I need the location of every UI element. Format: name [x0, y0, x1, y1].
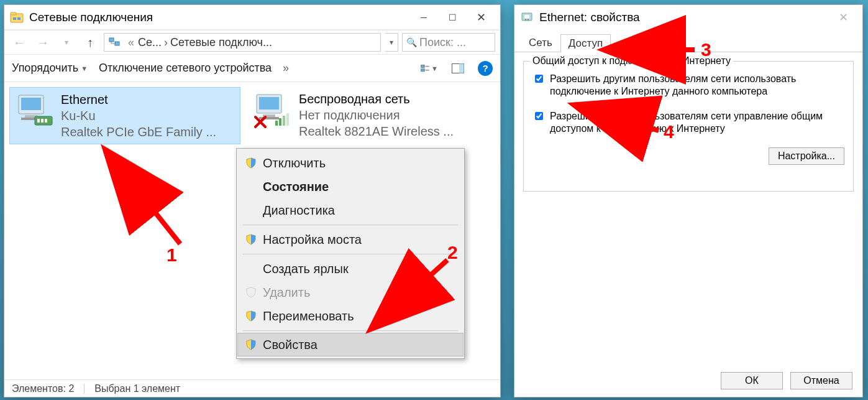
svg-rect-19: [45, 119, 47, 123]
ctx-status[interactable]: Состояние: [238, 175, 463, 198]
ok-button[interactable]: ОК: [721, 372, 783, 389]
allow-sharing-checkbox[interactable]: [535, 74, 543, 83]
search-icon: 🔍: [406, 37, 417, 47]
tab-strip: Сеть Доступ: [514, 30, 862, 52]
allow-control-checkbox-row[interactable]: Разрешить другим пользователям сети упра…: [532, 110, 844, 135]
allow-control-label: Разрешить другим пользователям сети упра…: [550, 110, 844, 135]
ethernet-port-icon: [519, 10, 534, 25]
window-title: Ethernet: свойства: [539, 11, 829, 24]
breadcrumb-part[interactable]: Сетевые подключ...: [170, 36, 272, 49]
up-button[interactable]: ↑: [80, 34, 100, 51]
breadcrumb[interactable]: « Се... › Сетевые подключ...: [104, 33, 381, 52]
allow-control-checkbox[interactable]: [535, 111, 543, 121]
svg-rect-31: [524, 15, 529, 19]
forward-button: →: [33, 34, 53, 51]
adapter-device: Realtek PCIe GbE Family ...: [61, 124, 216, 140]
svg-rect-17: [37, 119, 40, 123]
group-label: Общий доступ к подключению к Интернету: [530, 55, 733, 67]
tab-body: Общий доступ к подключению к Интернету Р…: [514, 52, 862, 397]
shield-icon: [245, 157, 257, 169]
toolbar-more-icon[interactable]: »: [283, 62, 289, 75]
svg-rect-6: [421, 65, 424, 67]
address-bar-row: ← → ▾ ↑ « Се... › Сетевые подключ... ▾ 🔍…: [4, 30, 500, 55]
sharing-groupbox: Общий доступ к подключению к Интернету Р…: [523, 61, 854, 192]
adapter-status: Нет подключения: [299, 107, 454, 123]
svg-rect-8: [426, 65, 429, 66]
svg-rect-18: [41, 119, 43, 123]
ctx-diagnose[interactable]: Диагностика: [238, 198, 463, 222]
svg-rect-1: [11, 12, 16, 15]
svg-rect-13: [21, 98, 41, 110]
close-button[interactable]: ✕: [829, 8, 857, 27]
svg-rect-32: [525, 19, 526, 21]
adapter-item-ethernet[interactable]: Ethernet Ku-Ku Realtek PCIe GbE Family .…: [9, 87, 240, 144]
adapter-device: Realtek 8821AE Wireless ...: [299, 123, 454, 139]
svg-rect-11: [459, 63, 464, 73]
toolbar: Упорядочить▼ Отключение сетевого устройс…: [4, 55, 500, 82]
organize-menu[interactable]: Упорядочить▼: [12, 62, 88, 75]
wireless-adapter-icon: [254, 91, 293, 129]
titlebar[interactable]: Ethernet: свойства ✕: [514, 5, 862, 30]
chevron-right-icon: ›: [164, 36, 168, 49]
ctx-shortcut[interactable]: Создать ярлык: [238, 257, 463, 281]
svg-rect-21: [259, 97, 279, 109]
cancel-button[interactable]: Отмена: [790, 372, 852, 389]
bc-chevron-icon: «: [128, 36, 134, 49]
recent-dropdown[interactable]: ▾: [57, 34, 76, 51]
svg-rect-7: [421, 68, 424, 71]
breadcrumb-part[interactable]: Се...: [138, 36, 162, 49]
item-count: Элементов: 2: [12, 383, 74, 394]
close-button[interactable]: ✕: [467, 8, 495, 27]
shield-icon: [245, 310, 257, 322]
svg-rect-2: [13, 17, 16, 20]
ctx-rename[interactable]: Переименовать: [238, 304, 463, 328]
ctx-bridge[interactable]: Настройка моста: [238, 228, 463, 251]
status-bar: Элементов: 2 Выбран 1 элемент: [4, 379, 500, 397]
svg-rect-9: [426, 70, 429, 70]
ctx-delete: Удалить: [238, 281, 463, 304]
allow-sharing-label: Разрешить другим пользователям сети испо…: [550, 73, 844, 98]
settings-button[interactable]: Настройка...: [769, 147, 844, 165]
search-input[interactable]: 🔍 Поиск: ...: [402, 33, 495, 52]
svg-rect-24: [275, 121, 278, 126]
svg-rect-4: [109, 38, 114, 42]
maximize-button[interactable]: ☐: [438, 8, 467, 27]
tab-network[interactable]: Сеть: [521, 34, 560, 52]
tab-sharing[interactable]: Доступ: [560, 34, 611, 52]
help-button[interactable]: ?: [478, 61, 493, 76]
adapter-name: Беспроводная сеть: [299, 91, 454, 107]
search-placeholder: Поиск: ...: [419, 36, 466, 49]
svg-rect-3: [17, 17, 21, 20]
titlebar[interactable]: Сетевые подключения ─ ☐ ✕: [4, 5, 500, 30]
shield-icon: [245, 339, 257, 350]
svg-rect-33: [528, 19, 529, 21]
selection-count: Выбран 1 элемент: [94, 383, 180, 394]
network-folder-icon: [9, 10, 24, 25]
allow-sharing-checkbox-row[interactable]: Разрешить другим пользователям сети испо…: [532, 73, 844, 98]
adapter-name: Ethernet: [61, 91, 216, 108]
minimize-button[interactable]: ─: [409, 8, 438, 27]
view-mode-button[interactable]: ▼: [421, 61, 438, 76]
disable-device-button[interactable]: Отключение сетевого устройства: [99, 62, 272, 75]
ctx-disable[interactable]: Отключить: [238, 151, 463, 175]
shield-icon: [245, 287, 257, 298]
ctx-properties[interactable]: Свойства: [237, 333, 464, 356]
preview-pane-button[interactable]: [449, 61, 467, 76]
svg-rect-26: [283, 116, 285, 126]
svg-rect-27: [286, 113, 289, 126]
shield-icon: [245, 234, 257, 245]
adapter-item-wireless[interactable]: Беспроводная сеть Нет подключения Realte…: [248, 87, 479, 144]
network-icon: [108, 36, 121, 49]
breadcrumb-history-dropdown[interactable]: ▾: [385, 33, 398, 52]
context-menu: Отключить Состояние Диагностика Настройк…: [236, 148, 465, 359]
ethernet-adapter-icon: [16, 91, 55, 130]
adapter-status: Ku-Ku: [61, 108, 216, 124]
ethernet-properties-window: Ethernet: свойства ✕ Сеть Доступ Общий д…: [514, 4, 863, 398]
back-button[interactable]: ←: [9, 34, 29, 51]
svg-rect-25: [279, 118, 281, 126]
window-title: Сетевые подключения: [29, 11, 409, 24]
